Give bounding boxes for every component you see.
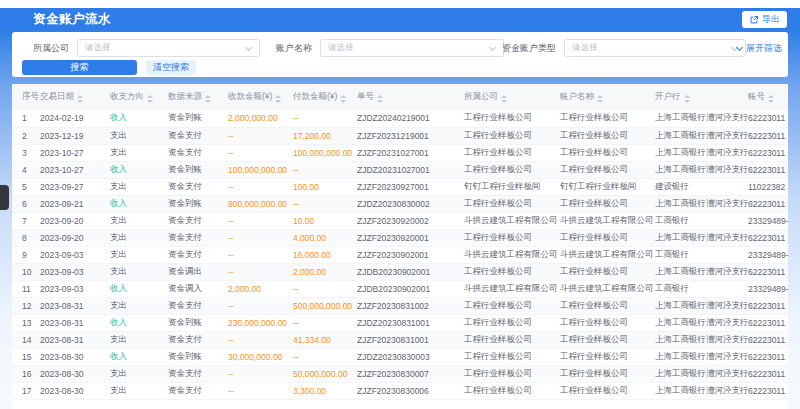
column-header[interactable]: 交易日期 xyxy=(40,84,110,110)
table-cell: 2,000.00 xyxy=(293,263,357,280)
table-cell: 工程行业样板公司 xyxy=(560,144,655,161)
table-cell: 2023-09-20 xyxy=(40,229,110,246)
sidebar-collapse-handle[interactable] xyxy=(0,185,9,210)
company-select[interactable]: 请选择 xyxy=(77,39,260,57)
table-cell: 工程行业样板公司 xyxy=(560,110,655,127)
sort-icon[interactable] xyxy=(147,95,153,103)
table-cell: -- xyxy=(228,178,293,195)
table-cell: 上海工商银行漕河泾支行 xyxy=(655,297,748,314)
column-header[interactable]: 开户行 xyxy=(655,84,748,110)
sort-icon[interactable] xyxy=(597,95,603,103)
sort-icon[interactable] xyxy=(340,95,346,103)
table-cell: 62223011 xyxy=(748,297,788,314)
expand-filters-link[interactable]: 展开筛选 xyxy=(737,42,782,55)
table-cell: 资金支付 xyxy=(168,246,228,263)
table-cell: ZJZF20230920001 xyxy=(357,229,464,246)
table-cell: 资金支付 xyxy=(168,127,228,144)
column-header[interactable]: 收款金额(¥) xyxy=(228,84,293,110)
table-cell: 上海工商银行漕河泾支行 xyxy=(655,382,748,399)
search-button[interactable]: 搜索 xyxy=(22,60,137,75)
column-header-label: 付款金额(¥) xyxy=(293,91,337,101)
table-row: 82023-09-20支出资金支付--4,000.00ZJZF202309200… xyxy=(12,229,788,246)
table-cell: 支出 xyxy=(110,297,168,314)
table-cell: ZJZF20231027001 xyxy=(357,144,464,161)
table-cell: ZJDZ20240219001 xyxy=(357,110,464,127)
sort-icon[interactable] xyxy=(768,95,774,103)
table-row: 62023-09-21收入资金到账800,000,000.00--ZJDZ202… xyxy=(12,195,788,212)
table-cell: 收入 xyxy=(110,195,168,212)
table-cell: 2023-09-03 xyxy=(40,280,110,297)
table-cell: 工程行业样板公司 xyxy=(560,195,655,212)
table-cell: 工程行业样板公司 xyxy=(464,331,560,348)
table-cell: 上海工商银行漕河泾支行 xyxy=(655,195,748,212)
sort-icon[interactable] xyxy=(77,95,83,103)
table-cell: 工程行业样板公司 xyxy=(464,314,560,331)
sort-icon[interactable] xyxy=(275,95,281,103)
table-cell: 2,000.00 xyxy=(228,280,293,297)
table-cell: -- xyxy=(228,331,293,348)
table-cell: ZJDZ20230830003 xyxy=(357,348,464,365)
column-header[interactable]: 账号 xyxy=(748,84,788,110)
column-header[interactable]: 账户名称 xyxy=(560,84,655,110)
table-cell: 工程行业样板公司 xyxy=(560,297,655,314)
account-name-select[interactable]: 请选择 xyxy=(320,39,504,57)
account-type-select[interactable]: 请选择 xyxy=(564,39,746,57)
table-cell: -- xyxy=(293,314,357,331)
sort-icon[interactable] xyxy=(684,95,690,103)
sort-icon[interactable] xyxy=(205,95,211,103)
filter-panel: 所属公司 请选择 账户名称 请选择 资金账户类型 请选择 展开筛选 搜索 清空搜… xyxy=(12,32,788,77)
column-header-label: 账号 xyxy=(748,91,765,101)
table-cell: 11022382 xyxy=(748,178,788,195)
table-cell: 支出 xyxy=(110,382,168,399)
table-cell: 钉钉工程行业样板间 xyxy=(464,178,560,195)
table-row: 112023-09-03收入资金调入2,000.00--ZJDB20230902… xyxy=(12,280,788,297)
table-cell: 2023-08-30 xyxy=(40,365,110,382)
export-button[interactable]: 导出 xyxy=(742,11,787,28)
sort-icon[interactable] xyxy=(377,95,383,103)
table-cell: 上海工商银行漕河泾支行 xyxy=(655,127,748,144)
table-cell: 2023-10-27 xyxy=(40,144,110,161)
table-cell: 6 xyxy=(12,195,40,212)
table-cell: 上海工商银行漕河泾支行 xyxy=(655,263,748,280)
column-header-label: 收支方向 xyxy=(110,91,144,101)
table-cell: ZJZF20231219001 xyxy=(357,127,464,144)
table-cell: 资金支付 xyxy=(168,144,228,161)
table-cell: 4 xyxy=(12,161,40,178)
column-header[interactable]: 数据来源 xyxy=(168,84,228,110)
table-cell: 上海工商银行漕河泾支行 xyxy=(655,144,748,161)
account-name-select-placeholder: 请选择 xyxy=(328,42,354,54)
table-cell: 100,000,000.00 xyxy=(293,144,357,161)
export-button-label: 导出 xyxy=(762,13,780,26)
clear-search-button[interactable]: 清空搜索 xyxy=(146,60,196,75)
table-cell: -- xyxy=(293,161,357,178)
column-header[interactable]: 付款金额(¥) xyxy=(293,84,357,110)
table-cell: 工程行业样板公司 xyxy=(560,127,655,144)
table-cell: -- xyxy=(228,144,293,161)
column-header[interactable]: 收支方向 xyxy=(110,84,168,110)
table-cell: 支出 xyxy=(110,178,168,195)
table-cell: 工程行业样板公司 xyxy=(464,348,560,365)
table-cell: ZJZF20230902001 xyxy=(357,246,464,263)
table-cell: -- xyxy=(228,212,293,229)
table-cell: 10.00 xyxy=(293,212,357,229)
table-cell: 工程行业样板公司 xyxy=(464,297,560,314)
table-cell: ZJZF20230830006 xyxy=(357,382,464,399)
table-row: 102023-09-03支出资金调出--2,000.00ZJDB20230902… xyxy=(12,263,788,280)
table-cell: 资金到账 xyxy=(168,195,228,212)
account-type-filter-label: 资金账户类型 xyxy=(502,42,556,55)
table-cell: 资金支付 xyxy=(168,365,228,382)
column-header[interactable]: 单号 xyxy=(357,84,464,110)
table-row: 152023-08-30收入资金到账30,000,000.00--ZJDZ202… xyxy=(12,348,788,365)
table-cell: 资金支付 xyxy=(168,212,228,229)
table-cell: 斗拱云建筑工程有限公司 xyxy=(464,280,560,297)
table-cell: 工商银行 xyxy=(655,212,748,229)
table-cell: 3 xyxy=(12,144,40,161)
table-cell: 50,000,000.00 xyxy=(293,365,357,382)
table-cell: 2023-12-19 xyxy=(40,127,110,144)
table-cell: 资金到账 xyxy=(168,161,228,178)
column-header[interactable]: 所属公司 xyxy=(464,84,560,110)
table-cell: 上海工商银行漕河泾支行 xyxy=(655,110,748,127)
sort-icon[interactable] xyxy=(501,95,507,103)
table-row: 132023-08-31收入资金到账230,000,000.00--ZJDZ20… xyxy=(12,314,788,331)
column-header-label: 单号 xyxy=(357,91,374,101)
